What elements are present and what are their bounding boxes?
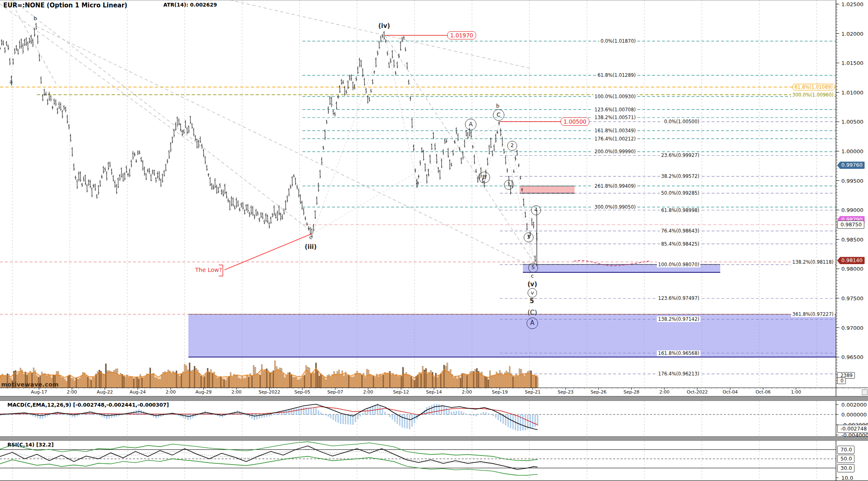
elliott-wave-label[interactable]: 4: [531, 205, 541, 215]
price-axis-tick: 0.99000: [841, 207, 863, 213]
elliott-wave-label[interactable]: (C): [527, 308, 537, 316]
price-axis-tick: 1.02500: [841, 1, 863, 7]
elliott-wave-label[interactable]: b: [496, 103, 499, 109]
low-price-tag[interactable]: 0.98140: [837, 257, 865, 264]
macd-axis-tick: 0.002000: [841, 402, 867, 408]
time-axis-label[interactable]: 2:00: [231, 389, 242, 395]
elliott-wave-label[interactable]: (v): [527, 281, 537, 288]
elliott-wave-label[interactable]: C: [493, 109, 504, 121]
main-chart-canvas[interactable]: [0, 0, 868, 481]
fib-level-label: 85.4%(0.98425): [660, 241, 701, 247]
panel-separator[interactable]: [0, 396, 868, 401]
price-axis-tick: 1.01000: [841, 89, 863, 95]
atr-value: ATR(14): 0.002629: [163, 2, 217, 8]
fib-level-label: 138.2%(1.00571): [593, 115, 637, 120]
time-axis-label[interactable]: Aug-29: [195, 389, 211, 395]
price-callout[interactable]: 1.00500: [561, 117, 589, 126]
symbol-title: EUR=:NONE (Option 1 Micro Linear): [3, 2, 127, 9]
time-axis-label[interactable]: Sep-07: [327, 389, 343, 395]
last-price-tag[interactable]: 0.99760: [837, 161, 865, 169]
elliott-wave-label[interactable]: v: [528, 288, 537, 298]
price-axis-tick: 0.98000: [841, 266, 863, 272]
rsi-label: RSI(C,14) [32.2]: [7, 442, 54, 448]
fib-level-label: 123.6%(0.97497): [657, 295, 701, 301]
price-axis-tick: 1.02000: [841, 30, 863, 37]
elliott-wave-label[interactable]: a: [416, 180, 419, 186]
time-axis-label[interactable]: Sep-21: [525, 389, 541, 395]
panel-separator[interactable]: [0, 436, 868, 441]
price-axis-tick: 0.99500: [841, 177, 863, 184]
macd-value-tag: -0.002748: [837, 425, 868, 433]
fib-level-label: 200.0%(0.99990): [593, 149, 637, 154]
time-axis-label[interactable]: Sep-12: [393, 389, 409, 395]
elliott-wave-label[interactable]: c: [531, 273, 534, 279]
time-axis-label[interactable]: 1:00: [791, 389, 801, 395]
rsi-level-tag: 30.0: [837, 464, 854, 472]
time-axis-label[interactable]: Aug-24: [130, 389, 146, 395]
elliott-wave-label[interactable]: b: [34, 15, 37, 21]
time-axis-label[interactable]: Sep-23: [558, 389, 574, 395]
elliott-wave-label[interactable]: (iv): [378, 22, 390, 30]
fib-level-label: 61.8%(0.98998): [660, 207, 701, 213]
price-axis-tick: 0.97500: [841, 295, 863, 301]
time-axis-label[interactable]: Oct-06: [756, 389, 771, 395]
level-line-label: 300.0%(1.00960): [791, 92, 835, 98]
elliott-wave-label[interactable]: c: [309, 234, 312, 240]
fib-level-label: 161.8%(1.00349): [593, 128, 637, 133]
price-axis-tick: 1.01500: [841, 60, 863, 66]
time-axis-label[interactable]: 2:00: [363, 389, 373, 395]
fib-level-label: 23.6%(0.99927): [660, 152, 701, 158]
fib-level-label: 0.0%(1.00500): [663, 119, 701, 124]
time-axis-label[interactable]: Sep-28: [623, 389, 639, 395]
time-axis-label[interactable]: Sep-05: [294, 389, 310, 395]
elliott-wave-label[interactable]: B: [479, 172, 490, 183]
macd-label: MACD(C,EMA,12,26,9) [-0.002748,-0.002441…: [7, 402, 169, 408]
price-axis-tick: 0.96500: [841, 354, 863, 360]
time-axis-label[interactable]: Sep-2022: [259, 389, 280, 395]
rsi-axis-tick: 10.0: [841, 475, 853, 481]
axis-settings-icon[interactable]: [862, 389, 868, 395]
elliott-wave-label[interactable]: 2: [507, 141, 517, 151]
fib-level-label: 138.2%(0.97142): [657, 316, 701, 322]
elliott-wave-label[interactable]: A: [465, 119, 476, 130]
time-axis-label[interactable]: Oct-2022: [687, 389, 708, 395]
time-axis-label[interactable]: 2:00: [659, 389, 669, 395]
volume-axis-tag: 0: [837, 377, 846, 384]
fib-level-label: 176.4%(0.96213): [657, 371, 701, 377]
the-low-annotation[interactable]: The Low?: [195, 267, 222, 273]
price-axis-tick: 0.98500: [841, 236, 863, 242]
fib-level-label: 176.4%(1.00212): [593, 136, 637, 142]
fib-level-label: 61.8%(1.01289): [596, 72, 637, 78]
chart-window: EUR=:NONE (Option 1 Micro Linear) ATR(14…: [0, 0, 868, 481]
time-axis-label[interactable]: Sep-14: [426, 389, 442, 395]
elliott-wave-label[interactable]: 1: [504, 180, 514, 190]
elliott-wave-label[interactable]: a: [9, 78, 13, 85]
fib-level-label: 0.0%(1.01870): [599, 38, 637, 44]
elliott-wave-label[interactable]: A: [527, 318, 538, 329]
fib-level-label: 300.0%(0.99050): [593, 204, 637, 210]
fib-level-label: 100.0%(1.00930): [593, 94, 637, 99]
fib-level-label: 161.8%(0.96568): [657, 350, 701, 356]
price-callout[interactable]: 1.01970: [447, 31, 476, 39]
time-axis-label[interactable]: Sep-19: [492, 389, 508, 395]
elliott-wave-label[interactable]: (iii): [305, 243, 316, 251]
time-axis-label[interactable]: Oct-04: [723, 389, 738, 395]
elliott-wave-label[interactable]: 3: [524, 232, 534, 242]
time-axis-label[interactable]: Sep-26: [591, 389, 607, 395]
fib-level-label: 361.8%(0.97227): [791, 311, 835, 317]
rsi-level-tag: 70.0: [837, 446, 854, 454]
fib-level-label: 38.2%(0.99572): [660, 173, 701, 179]
time-axis-label[interactable]: 2:00: [67, 389, 77, 395]
time-axis-label[interactable]: Aug-17: [31, 389, 47, 395]
fib-level-label: 50.0%(0.99285): [660, 190, 701, 196]
time-axis-label[interactable]: 2:00: [165, 389, 176, 395]
price-axis-tick: 0.97000: [841, 325, 863, 331]
time-axis-label[interactable]: 2:00: [462, 389, 472, 395]
elliott-wave-label[interactable]: 5: [528, 263, 538, 273]
time-axis-label[interactable]: Aug-22: [97, 389, 113, 395]
fib-level-label: 261.8%(0.99409): [593, 183, 637, 189]
alert-price-tag[interactable]: 0.98750: [837, 221, 864, 229]
elliott-wave-label[interactable]: 5: [530, 297, 534, 305]
fib-level-label: 138.2%(0.98118): [791, 259, 835, 265]
price-axis-tick: 1.00500: [841, 119, 863, 125]
